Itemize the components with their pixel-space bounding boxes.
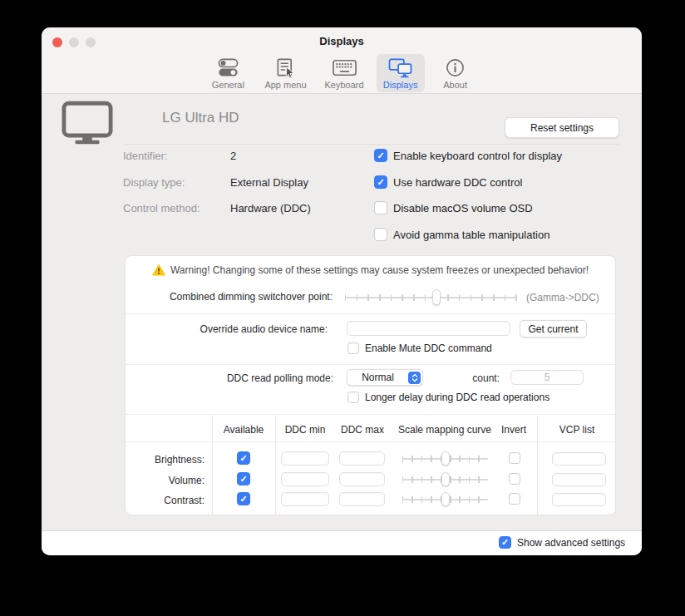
mute-option-row: Enable Mute DDC command (347, 342, 492, 354)
disable-osd-checkbox[interactable] (374, 201, 387, 214)
slider-knob[interactable] (441, 451, 450, 466)
info-icon (446, 57, 465, 78)
tab-displays-label: Displays (383, 80, 418, 90)
option-hardware-ddc: Use hardware DDC control (374, 175, 522, 189)
polling-mode-label: DDC read polling mode: (126, 372, 333, 384)
tab-app-menu-label: App menu (264, 80, 306, 90)
audio-name-input[interactable] (347, 321, 510, 336)
row-label: Contrast: (126, 495, 205, 506)
slider-ticks (345, 294, 517, 301)
keyboard-icon (333, 57, 357, 78)
scale-curve-slider[interactable] (402, 472, 488, 486)
displays-icon (388, 57, 412, 78)
invert-checkbox[interactable] (509, 452, 520, 464)
scale-curve-slider[interactable] (402, 492, 488, 506)
count-input[interactable] (510, 370, 584, 385)
identifier-value: 2 (230, 150, 236, 162)
tab-about-label: About (443, 80, 467, 90)
displays-window: Displays General App menu Keyboard Disp (42, 27, 642, 555)
advanced-settings-panel: Warning! Changing some of these settings… (125, 255, 616, 515)
slider-knob[interactable] (432, 289, 441, 305)
title-bar: Displays (42, 27, 642, 52)
show-advanced-checkbox[interactable] (499, 536, 511, 549)
disable-osd-label: Disable macOS volume OSD (393, 202, 533, 214)
keyboard-control-checkbox[interactable] (374, 149, 387, 162)
window-title: Displays (42, 35, 642, 47)
tab-about[interactable]: About (431, 54, 480, 92)
control-method-value: Hardware (DDC) (230, 202, 311, 214)
ddc-max-input[interactable] (339, 492, 385, 506)
col-ddc-max: DDC max (341, 424, 384, 436)
option-avoid-gamma: Avoid gamma table manipulation (374, 228, 549, 241)
tab-displays[interactable]: Displays (377, 54, 425, 92)
dimming-slider[interactable] (345, 289, 517, 305)
vcp-list-input[interactable] (552, 452, 606, 466)
tab-app-menu[interactable]: App menu (259, 54, 312, 92)
enable-mute-label: Enable Mute DDC command (365, 342, 492, 354)
identifier-label: Identifier: (123, 150, 167, 162)
keyboard-control-label: Enable keyboard control for display (393, 150, 562, 162)
table-row: Brightness: (126, 448, 615, 469)
show-advanced-row: Show advanced settings (499, 536, 625, 549)
avoid-gamma-label: Avoid gamma table manipulation (393, 229, 549, 241)
warning-icon (152, 264, 165, 276)
vcp-list-input[interactable] (552, 493, 606, 506)
warning-row: Warning! Changing some of these settings… (126, 264, 615, 276)
toggles-icon (218, 57, 239, 78)
option-keyboard-control: Enable keyboard control for display (374, 149, 562, 162)
polling-mode-value: Normal (347, 372, 408, 383)
available-checkbox[interactable] (237, 472, 250, 485)
available-checkbox[interactable] (237, 451, 250, 465)
warning-text: Warning! Changing some of these settings… (170, 264, 589, 276)
invert-checkbox[interactable] (509, 473, 520, 485)
tab-general-label: General (212, 80, 244, 90)
longer-delay-checkbox[interactable] (347, 392, 359, 403)
show-advanced-label: Show advanced settings (517, 537, 625, 549)
col-available: Available (224, 424, 264, 436)
row-label: Volume: (126, 475, 205, 486)
monitor-icon (62, 101, 113, 148)
hardware-ddc-label: Use hardware DDC control (393, 176, 522, 189)
dimming-label: Combined dimming switchover point: (126, 291, 333, 303)
ddc-min-input[interactable] (281, 451, 329, 466)
scale-curve-slider[interactable] (402, 451, 488, 466)
option-disable-osd: Disable macOS volume OSD (374, 201, 533, 214)
ddc-min-input[interactable] (281, 472, 329, 486)
footer-bar: Show advanced settings (42, 530, 642, 555)
hardware-ddc-checkbox[interactable] (374, 175, 387, 189)
longer-delay-label: Longer delay during DDC read operations (365, 392, 549, 403)
vcp-list-input[interactable] (552, 473, 606, 486)
delay-option-row: Longer delay during DDC read operations (347, 392, 549, 403)
dimming-suffix: (Gamma->DDC) (526, 292, 599, 303)
avoid-gamma-checkbox[interactable] (374, 228, 387, 241)
reset-settings-button[interactable]: Reset settings (505, 117, 619, 138)
display-name: LG Ultra HD (162, 110, 239, 126)
control-method-label: Control method: (123, 202, 200, 214)
available-checkbox[interactable] (237, 492, 250, 505)
ddc-max-input[interactable] (339, 472, 385, 486)
col-ddc-min: DDC min (285, 424, 326, 436)
ddc-max-input[interactable] (339, 451, 385, 466)
header-divider (125, 144, 619, 145)
col-invert: Invert (501, 424, 526, 436)
tab-general[interactable]: General (204, 54, 252, 92)
get-current-button[interactable]: Get current (520, 320, 587, 338)
preferences-toolbar: General App menu Keyboard Displays About (42, 52, 642, 94)
display-type-label: Display type: (123, 176, 185, 189)
enable-mute-checkbox[interactable] (347, 342, 359, 354)
count-label: count: (431, 372, 500, 384)
ddc-min-input[interactable] (281, 492, 329, 506)
slider-knob[interactable] (441, 492, 450, 506)
col-vcp-list: VCP list (559, 424, 594, 436)
table-row: Volume: (126, 469, 615, 490)
polling-mode-dropdown[interactable]: Normal (347, 369, 423, 386)
stepper-chevrons-icon (408, 372, 421, 384)
tab-keyboard[interactable]: Keyboard (319, 54, 370, 92)
table-row: Contrast: (126, 489, 615, 510)
row-label: Brightness: (126, 454, 205, 466)
display-type-value: External Display (230, 176, 308, 189)
slider-knob[interactable] (441, 472, 450, 486)
audio-name-label: Override audio device name: (126, 323, 328, 335)
col-scale-curve: Scale mapping curve (398, 424, 491, 436)
invert-checkbox[interactable] (509, 493, 520, 505)
